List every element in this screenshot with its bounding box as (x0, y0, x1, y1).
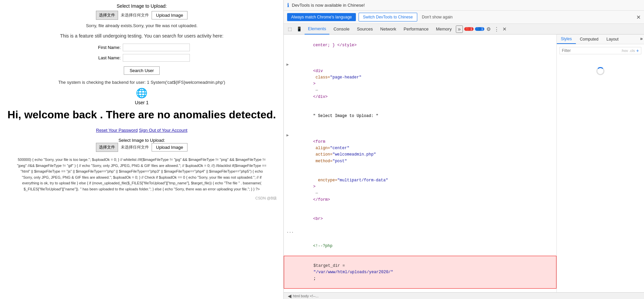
code-line-3: " Select Image to Upload: " (284, 107, 556, 126)
devtools-info-text: DevTools is now available in Chinese! (292, 3, 365, 8)
first-name-row: First Name: (7, 44, 277, 51)
last-name-label: Last Name: (94, 55, 121, 60)
add-style-button[interactable]: + (636, 48, 639, 53)
first-name-input[interactable] (123, 44, 190, 51)
device-icon[interactable]: 📱 (294, 25, 304, 33)
tab-console[interactable]: Console (330, 24, 353, 35)
info-bar-close-button[interactable]: ✕ (636, 14, 641, 20)
tab-sources[interactable]: Sources (354, 24, 376, 35)
filter-hint-cls: .cls (629, 49, 635, 53)
devtools-info-bar: ℹ DevTools is now available in Chinese! (284, 0, 644, 11)
filter-hint-hov: :hov (621, 49, 628, 53)
tab-elements[interactable]: Elements (305, 24, 329, 35)
code-line-7: <!--?php (284, 237, 556, 256)
tab-layout[interactable]: Layout (602, 35, 623, 44)
error-badge: 🔴 1 (464, 27, 474, 31)
upload-top-button[interactable]: Upload Image (152, 11, 187, 19)
code-panel[interactable]: center; } </style> ▶ <div class="page-he… (284, 35, 557, 292)
upload-top-section: Select Image to Upload: 选择文件 未选择任何文件 Upl… (7, 3, 277, 20)
choose-file-bottom-button[interactable]: 选择文件 (96, 143, 118, 152)
settings-icon[interactable]: ⚙ (485, 26, 492, 32)
php-code-block: 500000) { echo "Sorry, your file is too … (7, 157, 277, 192)
watermark: CSDN @B级 (7, 196, 277, 201)
choose-file-top-button[interactable]: 选择文件 (96, 11, 118, 20)
more-tabs-button[interactable]: » (456, 25, 463, 33)
loading-spinner (559, 57, 641, 85)
spinner-graphic (596, 67, 604, 75)
first-name-label: First Name: (94, 45, 121, 50)
devtools-bottom-bar: ◀ html body <!-- ... (284, 292, 644, 299)
chrome-logo-icon: 🌐 (7, 87, 277, 99)
links-row: Reset Your Password Sign Out of Your Acc… (7, 128, 277, 133)
inspect-icon[interactable]: ⬚ (286, 25, 294, 33)
bottom-nav-prev[interactable]: ◀ (286, 293, 293, 299)
info-badge: 🔵 1 (475, 27, 484, 31)
signout-link[interactable]: Sign Out of Your Account (139, 128, 187, 133)
dont-show-again-button[interactable]: Don't show again (420, 13, 455, 21)
styles-tabs-bar: Styles Computed Layout » (557, 35, 644, 44)
welcome-message: Hi, welcome back . There are no anomalie… (7, 109, 277, 121)
upload-bottom-button[interactable]: Upload Image (152, 143, 187, 152)
bottom-nav-more: ... (316, 294, 319, 298)
feature-description: This is a feature still undergoing testi… (7, 33, 277, 39)
tab-styles[interactable]: Styles (557, 35, 576, 44)
search-form: First Name: Last Name: Search User (7, 44, 277, 75)
styles-more-button[interactable]: » (639, 35, 644, 44)
code-line-6: <br> (284, 210, 556, 229)
devtools-close-button[interactable]: ✕ (501, 26, 508, 32)
last-name-input[interactable] (123, 54, 190, 62)
styles-panel: Styles Computed Layout » :hov .cls + (557, 35, 644, 292)
tab-computed[interactable]: Computed (576, 35, 602, 44)
filter-row: :hov .cls + (559, 47, 641, 54)
upload-bottom-section: Select Image to Upload: 选择文件 未选择任何文件 Upl… (7, 138, 277, 152)
search-user-button[interactable]: Search User (124, 66, 159, 75)
more-options-icon[interactable]: ⋮ (493, 26, 500, 32)
devtools-panel: ℹ DevTools is now available in Chinese! … (283, 0, 644, 299)
code-line-2: ▶ <div class="page-header" > ⋯ </div> (284, 55, 556, 107)
code-dots[interactable]: ··· (284, 229, 556, 237)
bottom-nav-breadcrumb: html body <!-- (293, 294, 316, 298)
last-name-row: Last Name: (7, 54, 277, 62)
switch-devtools-button[interactable]: Switch DevTools to Chinese (359, 13, 417, 21)
upload-bottom-label: Select Image to Upload: (7, 138, 277, 143)
error-message: Sorry, file already exists.Sorry, your f… (7, 23, 277, 28)
tab-performance[interactable]: Performance (400, 24, 432, 35)
devtools-tabs-bar: ⬚ 📱 Elements Console Sources Network Per… (284, 24, 644, 35)
styles-panel-content: :hov .cls + (557, 44, 644, 292)
left-panel: Select Image to Upload: 选择文件 未选择任何文件 Upl… (0, 0, 283, 299)
devtools-action-bar: Always match Chrome's language Switch De… (284, 11, 644, 24)
tab-network[interactable]: Network (377, 24, 400, 35)
file-input-top-row: 选择文件 未选择任何文件 Upload Image (7, 11, 277, 20)
system-check-text: The system is checking the backend for u… (7, 80, 277, 85)
devtools-main-area: center; } </style> ▶ <div class="page-he… (284, 35, 644, 292)
no-file-bottom-text: 未选择任何文件 (121, 144, 149, 150)
always-match-button[interactable]: Always match Chrome's language (287, 13, 356, 21)
file-input-bottom-row: 选择文件 未选择任何文件 Upload Image (7, 143, 277, 152)
code-line-5: enctype="multipart/form-data" > ⋯ </form… (284, 171, 556, 210)
reset-password-link[interactable]: Reset Your Password (96, 128, 138, 133)
upload-top-label: Select Image to Upload: (7, 3, 277, 9)
tab-memory[interactable]: Memory (433, 24, 455, 35)
code-line-highlighted: $target_dir = "/var/www/html/uploads/yea… (284, 256, 556, 289)
code-line-1: center; } </style> (284, 36, 556, 55)
info-icon: ℹ (287, 2, 289, 8)
code-line-4: ▶ <form align="center" action="welcomead… (284, 126, 556, 171)
filter-input[interactable] (562, 48, 620, 53)
user-label: User 1 (7, 100, 277, 105)
code-line-9: $target_file = $target_dir . basename($_… (284, 289, 556, 292)
no-file-top-text: 未选择任何文件 (121, 12, 149, 18)
